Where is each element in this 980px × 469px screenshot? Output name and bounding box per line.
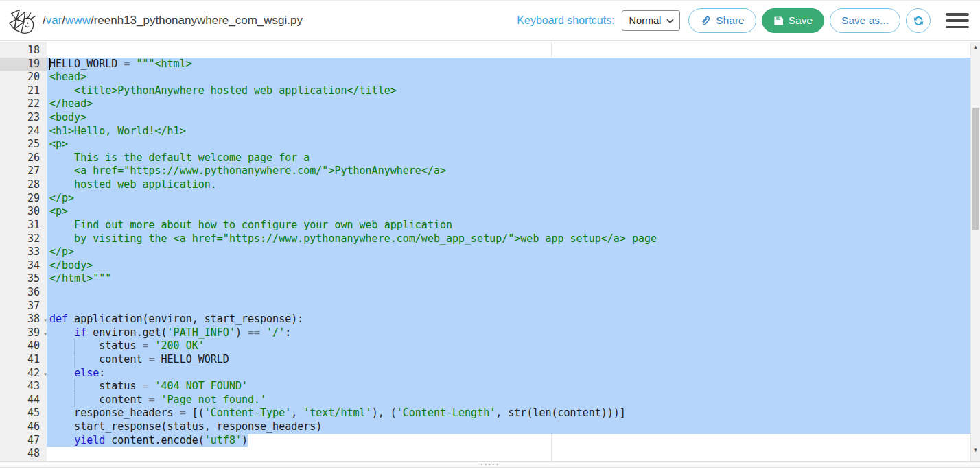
code-line[interactable]: 42▾ else: xyxy=(0,367,980,381)
code-token: '/' xyxy=(266,326,285,339)
code-line[interactable]: 40 status = '200 OK' xyxy=(0,339,980,353)
pythonanywhere-logo[interactable] xyxy=(7,5,37,36)
line-number: 38▾ xyxy=(0,313,47,326)
code-token: <p> xyxy=(49,138,68,150)
code-line[interactable]: 49 xyxy=(0,461,980,461)
selection-highlight xyxy=(47,138,980,152)
share-button[interactable]: Share xyxy=(688,8,756,33)
line-number: 29 xyxy=(0,192,47,206)
code-token: ) xyxy=(242,434,248,446)
line-number: 24 xyxy=(0,125,47,139)
selection-highlight xyxy=(47,125,980,139)
code-token: hosted web application. xyxy=(49,178,217,191)
chevron-down-icon xyxy=(666,19,674,23)
code-line[interactable]: 30<p> xyxy=(0,205,980,219)
code-line[interactable]: 25<p> xyxy=(0,138,980,152)
code-token: def xyxy=(49,313,68,325)
code-token: = xyxy=(149,353,155,365)
code-line[interactable]: 37 xyxy=(0,300,980,313)
selected-shortcut-mode: Normal xyxy=(629,15,662,26)
editor-scrollbar[interactable]: ▲ ▼ xyxy=(970,42,980,461)
code-line[interactable]: 21 <title>PythonAnywhere hosted web appl… xyxy=(0,84,980,98)
code-line[interactable]: 29</p> xyxy=(0,192,980,206)
reload-button[interactable] xyxy=(906,8,931,33)
code-line[interactable]: 19HELLO_WORLD = """<html> xyxy=(0,58,980,71)
code-token: else xyxy=(74,367,99,379)
code-line[interactable]: 38▾def application(environ, start_respon… xyxy=(0,313,980,326)
code-editor[interactable]: 1819HELLO_WORLD = """<html>20<head>21 <t… xyxy=(0,42,980,461)
code-line[interactable]: 41 content = HELLO_WORLD xyxy=(0,353,980,367)
code-line[interactable]: 39▾ if environ.get('PATH_INFO') == '/': xyxy=(0,326,980,340)
line-number: 22 xyxy=(0,97,47,111)
code-line[interactable]: 24<h1>Hello, World!</h1> xyxy=(0,125,980,139)
code-line[interactable]: 18 xyxy=(0,44,980,58)
code-line[interactable]: 45 response_headers = [('Content-Type', … xyxy=(0,407,980,420)
code-line[interactable]: 46 start_response(status, response_heade… xyxy=(0,420,980,434)
scrollbar-thumb[interactable] xyxy=(972,108,979,230)
scrollbar-down-arrow-icon[interactable]: ▼ xyxy=(971,447,980,453)
code-line[interactable]: 23<body> xyxy=(0,111,980,125)
line-number: 19 xyxy=(0,58,47,71)
code-line[interactable]: 33</p> xyxy=(0,245,980,259)
save-as-button[interactable]: Save as... xyxy=(830,8,900,33)
code-line[interactable]: 27 <a href="https://www.pythonanywhere.c… xyxy=(0,165,980,178)
keyboard-shortcuts-label: Keyboard shortcuts: xyxy=(517,14,614,27)
code-line[interactable]: 36 xyxy=(0,286,980,300)
code-line[interactable]: 34</body> xyxy=(0,259,980,273)
code-token: """<html> xyxy=(136,58,191,70)
line-number: 48 xyxy=(0,447,47,461)
line-number: 34 xyxy=(0,259,47,273)
code-token: : xyxy=(99,367,105,379)
line-number: 41 xyxy=(0,353,47,367)
code-token: environ.get( xyxy=(86,326,167,339)
paperclip-icon xyxy=(700,15,711,27)
keyboard-shortcuts-select[interactable]: Normal xyxy=(622,10,681,31)
code-token: application(environ, start_response): xyxy=(68,313,303,325)
code-token: HELLO_WORLD xyxy=(155,353,229,365)
selection-highlight xyxy=(47,286,980,300)
code-token xyxy=(149,339,155,352)
selection-highlight xyxy=(47,300,980,313)
path-segment[interactable]: www xyxy=(65,14,91,27)
code-token: <p> xyxy=(49,205,68,217)
code-token: </head> xyxy=(49,97,93,110)
code-line[interactable]: 28 hosted web application. xyxy=(0,178,980,192)
path-segment: reenh13_pythonanywhere_com_wsgi.py xyxy=(94,14,303,27)
code-token: , xyxy=(291,407,303,419)
code-line[interactable]: 20<head> xyxy=(0,71,980,84)
line-number: 32 xyxy=(0,232,47,246)
code-line[interactable]: 44 content = 'Page not found.' xyxy=(0,394,980,407)
code-token: ), ( xyxy=(372,407,397,419)
line-number: 44 xyxy=(0,394,47,407)
text-cursor xyxy=(49,58,50,71)
code-token: <title>PythonAnywhere hosted web applica… xyxy=(49,84,397,97)
line-number: 28 xyxy=(0,178,47,192)
editor-console-splitter[interactable]: ····· xyxy=(0,461,980,468)
code-line[interactable]: 31 Find out more about how to configure … xyxy=(0,219,980,232)
selection-highlight xyxy=(47,245,980,259)
code-token: 'Content-Type' xyxy=(205,407,291,419)
code-line[interactable]: 32 by visiting the <a href="https://www.… xyxy=(0,232,980,246)
code-token: = xyxy=(142,380,148,392)
line-number: 26 xyxy=(0,152,47,165)
breadcrumb: /var/www/reenh13_pythonanywhere_com_wsgi… xyxy=(43,14,303,27)
code-line[interactable]: 47 yield content.encode('utf8') xyxy=(0,434,980,448)
save-button[interactable]: Save xyxy=(762,8,824,33)
code-token: = xyxy=(180,407,186,419)
code-token: <h1>Hello, World!</h1> xyxy=(49,125,186,137)
line-number: 43 xyxy=(0,380,47,394)
scrollbar-up-arrow-icon[interactable]: ▲ xyxy=(971,44,980,50)
code-line[interactable]: 43 status = '404 NOT FOUND' xyxy=(0,380,980,394)
code-line[interactable]: 35</html>""" xyxy=(0,272,980,286)
code-token: <body> xyxy=(49,111,86,123)
refresh-icon xyxy=(913,15,924,27)
code-token xyxy=(49,326,74,339)
code-line[interactable]: 22</head> xyxy=(0,97,980,111)
code-line[interactable]: 26 This is the default welcome page for … xyxy=(0,152,980,165)
path-segment[interactable]: var xyxy=(46,14,62,27)
code-line[interactable]: 48 xyxy=(0,447,980,461)
selection-highlight xyxy=(47,367,980,381)
menu-button hamburger-icon[interactable] xyxy=(946,13,969,28)
line-number: 42▾ xyxy=(0,367,47,381)
code-token: Find out more about how to configure you… xyxy=(49,219,452,231)
